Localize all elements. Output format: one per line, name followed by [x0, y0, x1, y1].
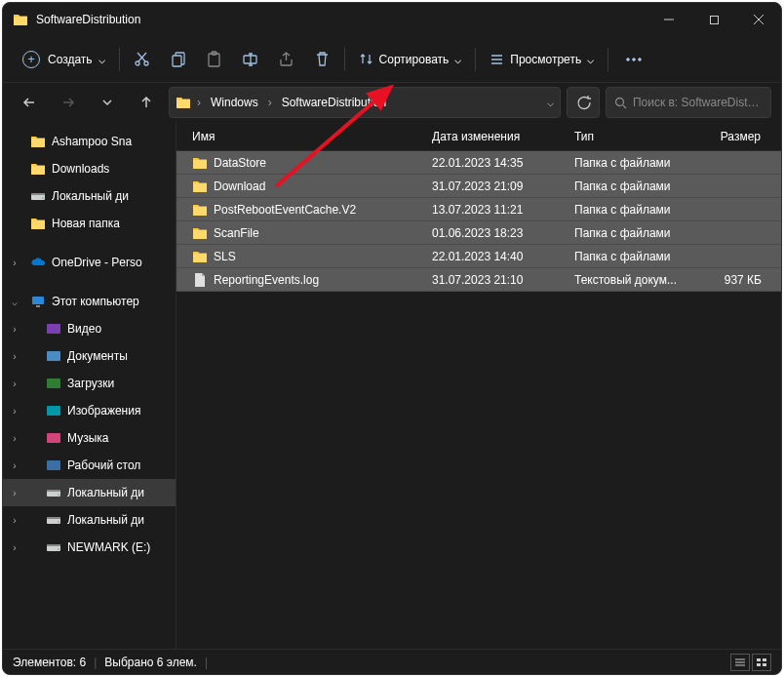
svg-rect-33 — [47, 460, 60, 470]
view-tiles-button[interactable] — [752, 654, 771, 671]
new-button[interactable]: + Создать ⌵ — [13, 43, 115, 76]
sort-label: Сортировать — [379, 53, 450, 66]
svg-rect-29 — [47, 351, 60, 361]
window-title: SoftwareDistribution — [36, 13, 140, 26]
sidebar-onedrive[interactable]: ›OneDrive - Perso — [3, 249, 176, 276]
svg-rect-12 — [209, 54, 219, 66]
copy-button[interactable] — [160, 43, 196, 76]
breadcrumb[interactable]: Windows — [207, 94, 262, 111]
svg-point-23 — [639, 58, 642, 60]
main-pane: ˄Имя Дата изменения Тип Размер DataStore… — [176, 122, 781, 649]
rename-button[interactable] — [232, 43, 268, 76]
sidebar-item[interactable]: ›Музыка — [3, 424, 176, 452]
status-count: Элементов: 6 — [13, 656, 86, 669]
new-label: Создать — [48, 53, 93, 66]
up-button[interactable] — [130, 88, 163, 117]
sidebar-item[interactable]: ›Рабочий стол — [3, 452, 176, 479]
sidebar-item[interactable]: ›Загрузки — [3, 370, 176, 397]
table-row[interactable]: PostRebootEventCache.V213.07.2023 11:21П… — [176, 198, 781, 221]
chevron-down-icon[interactable]: ⌵ — [547, 96, 554, 109]
sidebar-item[interactable]: Ashampoo Sna — [3, 128, 176, 155]
nav-row: › Windows › SoftwareDistribution ⌵ Поиск… — [3, 83, 781, 122]
sort-icon — [359, 52, 373, 66]
chevron-down-icon: ⌵ — [587, 53, 594, 66]
view-icon — [490, 52, 504, 66]
maximize-button[interactable] — [691, 3, 736, 36]
share-button[interactable] — [268, 43, 304, 76]
svg-rect-32 — [47, 433, 60, 443]
table-row[interactable]: ScanFile01.06.2023 18:23Папка с файлами — [176, 221, 781, 245]
close-button[interactable] — [736, 3, 781, 36]
svg-line-25 — [623, 105, 626, 108]
sort-asc-icon: ˄ — [301, 122, 306, 129]
sidebar-item[interactable]: ›Видео — [3, 315, 176, 342]
sidebar-item[interactable]: ›Локальный ди — [3, 479, 176, 506]
col-date[interactable]: Дата изменения — [424, 122, 567, 150]
table-row[interactable]: Download31.07.2023 21:09Папка с файлами — [176, 175, 781, 198]
plus-icon: + — [22, 51, 40, 68]
sidebar-item[interactable]: Новая папка — [3, 210, 176, 237]
search-input[interactable]: Поиск в: SoftwareDistri... — [606, 87, 771, 118]
titlebar[interactable]: SoftwareDistribution — [3, 3, 781, 36]
sidebar-item[interactable]: Downloads — [3, 155, 176, 182]
sidebar-item[interactable]: ›Локальный ди — [3, 506, 176, 534]
svg-rect-26 — [32, 297, 44, 304]
svg-point-24 — [616, 98, 624, 105]
more-button[interactable] — [612, 43, 655, 76]
view-details-button[interactable] — [730, 654, 750, 671]
col-name[interactable]: ˄Имя — [184, 122, 424, 150]
svg-rect-27 — [36, 305, 40, 307]
col-size[interactable]: Размер — [703, 122, 781, 150]
svg-rect-37 — [757, 658, 761, 661]
toolbar: + Создать ⌵ Сортировать ⌵ Просмотреть ⌵ — [3, 36, 781, 83]
sidebar-item[interactable]: ›NEWMARK (E:) — [3, 534, 176, 561]
sidebar-item[interactable]: Локальный ди — [3, 182, 176, 210]
folder-icon — [13, 12, 28, 27]
cut-button[interactable] — [124, 43, 160, 76]
chevron-down-icon: ⌵ — [98, 53, 105, 66]
svg-point-22 — [633, 58, 636, 60]
column-headers: ˄Имя Дата изменения Тип Размер — [176, 122, 781, 151]
recent-button[interactable] — [91, 88, 124, 117]
svg-point-7 — [136, 61, 139, 65]
paste-button[interactable] — [196, 43, 232, 76]
minimize-button[interactable] — [647, 3, 691, 36]
table-row[interactable]: DataStore22.01.2023 14:35Папка с файлами — [176, 151, 781, 175]
sort-button[interactable]: Сортировать ⌵ — [349, 43, 472, 76]
svg-rect-38 — [763, 658, 766, 661]
view-button[interactable]: Просмотреть ⌵ — [480, 43, 604, 76]
chevron-down-icon: ⌵ — [454, 53, 461, 66]
search-icon — [614, 97, 627, 109]
folder-icon — [176, 95, 191, 110]
svg-rect-31 — [47, 406, 60, 416]
status-bar: Элементов: 6 | Выбрано 6 элем. | — [3, 649, 781, 674]
refresh-button[interactable] — [567, 87, 600, 118]
svg-rect-11 — [173, 56, 181, 66]
svg-rect-4 — [710, 16, 718, 23]
address-bar[interactable]: › Windows › SoftwareDistribution ⌵ — [169, 87, 561, 118]
sidebar-item[interactable]: ›Изображения — [3, 397, 176, 424]
search-placeholder: Поиск в: SoftwareDistri... — [633, 96, 763, 109]
table-row[interactable]: SLS22.01.2023 14:40Папка с файлами — [176, 245, 781, 268]
svg-line-10 — [137, 53, 145, 61]
forward-button[interactable] — [52, 88, 85, 117]
svg-rect-30 — [47, 378, 60, 388]
view-label: Просмотреть — [510, 53, 581, 66]
back-button[interactable] — [13, 88, 46, 117]
svg-rect-39 — [757, 663, 761, 666]
svg-point-8 — [144, 61, 148, 65]
sidebar-item[interactable]: ›Документы — [3, 342, 176, 370]
status-selected: Выбрано 6 элем. — [104, 656, 197, 669]
sidebar: Ashampoo SnaDownloadsЛокальный диНовая п… — [3, 122, 176, 649]
breadcrumb[interactable]: SoftwareDistribution — [278, 94, 390, 111]
table-row[interactable]: ReportingEvents.log31.07.2023 21:10Текст… — [176, 268, 781, 292]
file-list[interactable]: DataStore22.01.2023 14:35Папка с файлами… — [176, 151, 781, 649]
svg-rect-40 — [763, 663, 766, 666]
sidebar-thispc[interactable]: ⌵Этот компьютер — [3, 288, 176, 315]
delete-button[interactable] — [304, 43, 340, 76]
col-type[interactable]: Тип — [567, 122, 703, 150]
svg-rect-28 — [47, 324, 60, 334]
svg-line-9 — [138, 53, 146, 61]
svg-point-21 — [627, 58, 630, 60]
